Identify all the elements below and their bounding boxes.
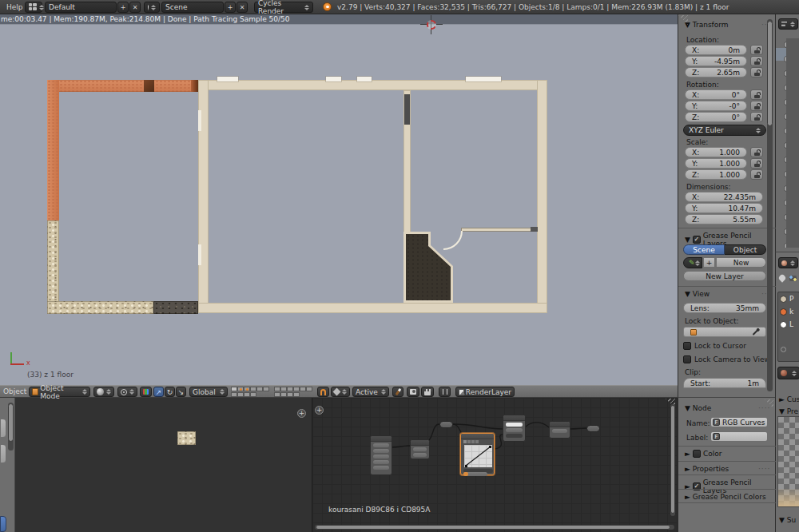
material-slot[interactable]: P [778,292,799,305]
layer-toggle[interactable] [250,392,256,397]
layer-toggle[interactable] [237,387,244,391]
push-pin-icon[interactable] [777,273,786,282]
grease-new-button[interactable]: New [716,257,766,268]
node-name-field[interactable]: F RGB Curves [710,417,768,427]
node-output[interactable] [549,421,570,439]
channel-r-button[interactable] [467,440,471,443]
add-layout-button[interactable]: + [117,2,129,13]
bottom-panel-header[interactable]: ▼ Su [779,516,796,524]
node-mapping[interactable] [410,439,430,459]
channel-g-button[interactable] [471,440,475,443]
dimensions-y-field[interactable]: Y:10.47m [685,203,763,213]
gp-layers-panel-header[interactable]: ► ✓ Grease Pencil Layers [685,478,775,494]
editor-type-selector[interactable] [25,2,42,13]
rotation-z-field[interactable]: Z:0° [685,112,747,122]
grease-pencil-checkbox[interactable]: ✓ [693,236,701,244]
outliner-expand-dots[interactable] [776,38,799,248]
scale-y-field[interactable]: Y:1.000 [685,158,747,169]
curve-widget[interactable] [464,445,492,467]
layer-toggle[interactable] [293,392,300,397]
opengl-render-anim-button[interactable] [421,387,434,397]
delete-layout-button[interactable]: ✕ [129,2,141,13]
node-editor[interactable]: + [312,398,678,532]
node-header[interactable] [503,415,525,421]
channel-b-button[interactable] [475,440,479,443]
scale-y-lock-button[interactable] [750,158,763,169]
rotation-x-field[interactable]: X:0° [685,89,747,100]
lock-to-cursor-row[interactable]: Lock to Cursor [683,342,746,350]
location-z-lock-button[interactable] [750,67,763,77]
layer-toggle[interactable] [274,392,280,397]
render-engine-selector[interactable]: Cycles Render [254,2,313,13]
clip-start-field[interactable]: Start:1m [683,378,766,388]
location-y-lock-button[interactable] [750,56,763,66]
node-rgb-curves-selected[interactable] [460,433,495,475]
draw-mode-selector[interactable]: ✎ [683,257,702,268]
snap-toggle-button[interactable] [317,387,329,397]
node-label-field[interactable]: F [710,431,768,442]
layer-toggle[interactable] [306,387,312,391]
layer-toggle[interactable] [244,387,250,391]
shelf-button-blue-partial[interactable] [0,516,6,532]
proportional-edit-button[interactable] [392,387,403,397]
layer-toggle[interactable] [263,387,269,391]
rotation-mode-selector[interactable]: XYZ Euler [683,125,766,136]
layout-selector[interactable]: Default [45,2,117,13]
add-scene-button[interactable]: + [225,2,236,13]
location-y-field[interactable]: Y:-4.95m [685,56,747,66]
outliner-display-mode-selector[interactable] [778,18,798,30]
lock-to-cursor-checkbox[interactable] [683,342,691,350]
grease-add-button[interactable]: + [703,257,715,268]
help-menu[interactable]: Help [6,0,23,14]
node-texture[interactable] [370,435,392,475]
mode-selector[interactable]: Object Mode [29,387,90,397]
snap-target-selector[interactable]: Active [352,387,389,397]
node-mix[interactable] [503,415,526,442]
color-panel-header[interactable]: ► Color [685,450,721,458]
rotation-y-lock-button[interactable] [750,101,763,111]
material-slot-list[interactable]: P k L [777,292,799,362]
lock-to-object-field[interactable] [683,327,766,337]
lock-camera-row[interactable]: Lock Camera to View [683,355,770,363]
preview-panel-header[interactable]: ▼ Pre [779,407,798,415]
location-x-lock-button[interactable] [750,45,763,55]
snap-element-selector[interactable] [331,387,350,397]
render-layer-selector[interactable]: RenderLayer [455,387,515,397]
rotation-z-lock-button[interactable] [750,112,763,122]
pivot-point-selector[interactable] [117,387,137,397]
custom-panel-header[interactable]: ► Cus [779,395,799,403]
scene-datablock-icon-button[interactable] [144,2,160,13]
layer-toggle[interactable] [231,392,237,397]
rotation-x-lock-button[interactable] [750,89,763,100]
new-layer-button[interactable]: New Layer [683,271,766,281]
orientation-selector[interactable]: Global [189,387,228,397]
eyedropper-icon[interactable] [753,329,759,335]
transform-panel-header[interactable]: ▼ Transform [685,21,729,29]
manipulator-toggle-button[interactable] [140,387,152,397]
opengl-render-button[interactable] [407,387,419,397]
fake-user-icon[interactable]: F [713,433,720,440]
shelf-button-partial[interactable] [0,444,6,463]
scale-x-field[interactable]: X:1.000 [685,147,747,157]
layer-toggle[interactable] [300,387,306,391]
gp-colors-panel-header[interactable]: ► Grease Pencil Colors [685,493,766,501]
object-menu[interactable]: Object [3,386,26,398]
lens-field[interactable]: Lens:35mm [683,303,766,313]
slot-browse-icon[interactable] [781,347,786,352]
node-panel-header[interactable]: ▼ Node [685,404,711,412]
node-header[interactable] [461,434,494,439]
node-header[interactable] [411,440,429,446]
scale-z-field[interactable]: Z:1.000 [685,169,747,180]
layer-toggle[interactable] [280,387,287,391]
material-browse-selector[interactable] [777,367,799,379]
layer-toggle[interactable] [244,392,250,397]
material-slot[interactable]: k [778,305,799,318]
node-header[interactable] [371,436,392,442]
scale-z-lock-button[interactable] [750,169,763,180]
rotation-y-field[interactable]: Y:-0° [685,101,747,111]
scrollbar-thumb[interactable] [767,21,773,126]
layer-toggle[interactable] [231,387,237,391]
node-tree-icon[interactable] [789,276,797,281]
layer-toggle[interactable] [287,392,293,397]
shading-selector[interactable] [93,387,114,397]
